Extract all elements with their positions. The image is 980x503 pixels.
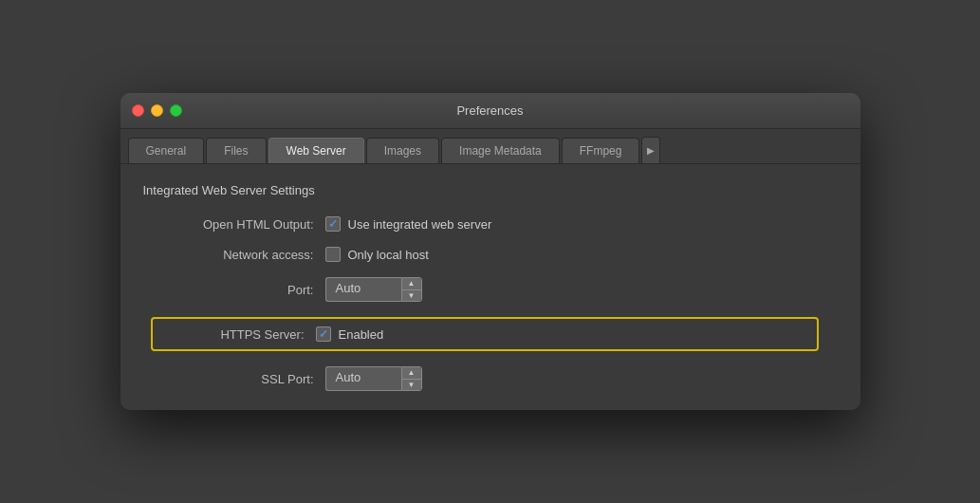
tab-images[interactable]: Images xyxy=(366,138,439,163)
port-input[interactable]: Auto xyxy=(325,277,401,302)
traffic-lights xyxy=(132,104,182,117)
tab-files[interactable]: Files xyxy=(206,138,266,163)
network-access-label: Network access: xyxy=(162,248,314,262)
open-html-output-label: Open HTML Output: xyxy=(162,217,314,232)
https-server-label: HTTPS Server: xyxy=(164,327,305,342)
tabs-bar: General Files Web Server Images Image Me… xyxy=(120,129,860,164)
https-server-row: HTTPS Server: Enabled xyxy=(151,317,819,351)
chevron-up-icon: ▲ xyxy=(408,279,416,288)
chevron-down-icon: ▼ xyxy=(408,381,416,389)
chevron-up-icon: ▲ xyxy=(408,368,416,377)
network-access-control: Only local host xyxy=(325,247,429,262)
port-stepper-buttons: ▲ ▼ xyxy=(401,277,422,302)
network-access-text: Only local host xyxy=(348,248,429,262)
open-html-output-control: Use integrated web server xyxy=(325,216,492,232)
port-decrement-button[interactable]: ▼ xyxy=(402,290,421,302)
close-button[interactable] xyxy=(132,104,144,117)
network-access-checkbox[interactable] xyxy=(325,247,341,262)
network-access-row: Network access: Only local host xyxy=(162,247,838,262)
content-area: Integrated Web Server Settings Open HTML… xyxy=(120,164,860,410)
port-row: Port: Auto ▲ ▼ xyxy=(162,277,838,302)
ssl-port-input[interactable]: Auto xyxy=(325,366,401,391)
title-bar: Preferences xyxy=(120,93,860,129)
tab-ffmpeg[interactable]: FFmpeg xyxy=(562,138,640,163)
port-stepper: Auto ▲ ▼ xyxy=(325,277,422,302)
open-html-output-row: Open HTML Output: Use integrated web ser… xyxy=(162,216,838,232)
ssl-port-stepper-buttons: ▲ ▼ xyxy=(401,366,422,391)
ssl-port-increment-button[interactable]: ▲ xyxy=(402,367,421,380)
port-label: Port: xyxy=(162,283,314,297)
preferences-window: Preferences General Files Web Server Ima… xyxy=(120,93,860,410)
port-increment-button[interactable]: ▲ xyxy=(402,278,421,290)
tab-scroll-right-button[interactable]: ▶ xyxy=(641,137,660,163)
open-html-output-text: Use integrated web server xyxy=(348,217,492,232)
settings-grid: Open HTML Output: Use integrated web ser… xyxy=(143,216,838,391)
minimize-button[interactable] xyxy=(151,104,163,117)
chevron-right-icon: ▶ xyxy=(647,145,655,156)
chevron-down-icon: ▼ xyxy=(408,291,416,300)
ssl-port-decrement-button[interactable]: ▼ xyxy=(402,380,421,391)
ssl-port-stepper: Auto ▲ ▼ xyxy=(325,366,422,391)
window-title: Preferences xyxy=(456,103,523,118)
https-server-text: Enabled xyxy=(339,327,384,342)
tab-image-metadata[interactable]: Image Metadata xyxy=(441,138,560,163)
tab-web-server[interactable]: Web Server xyxy=(268,138,364,163)
ssl-port-control: Auto ▲ ▼ xyxy=(325,366,422,391)
ssl-port-label: SSL Port: xyxy=(162,372,314,386)
tab-general[interactable]: General xyxy=(128,138,205,163)
maximize-button[interactable] xyxy=(170,104,182,117)
ssl-port-row: SSL Port: Auto ▲ ▼ xyxy=(162,366,838,391)
https-server-checkbox[interactable] xyxy=(316,326,331,342)
port-control: Auto ▲ ▼ xyxy=(325,277,422,302)
https-server-control: Enabled xyxy=(316,326,384,342)
section-title: Integrated Web Server Settings xyxy=(143,183,838,197)
open-html-output-checkbox[interactable] xyxy=(325,216,341,232)
